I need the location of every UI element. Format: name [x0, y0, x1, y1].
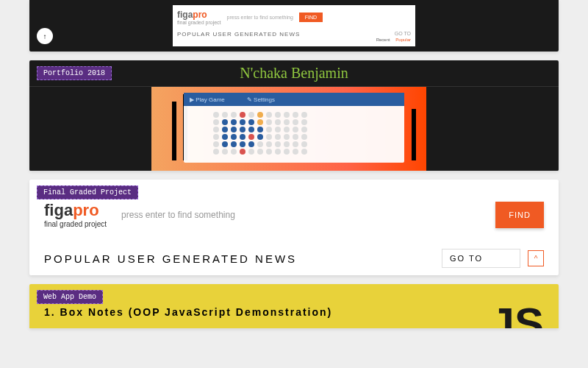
tab-settings: ✎ Settings [247, 96, 275, 103]
search-input[interactable]: press enter to find something [121, 210, 481, 220]
bottom-row: POPULAR USER GENERATED NEWS GO TO ^ [44, 249, 544, 268]
logo-subtitle: final graded project [44, 220, 107, 228]
logo-text: figa [44, 201, 73, 219]
goto-wrap: GO TO ^ [442, 249, 544, 268]
tab-play: ▶ Play Game [190, 96, 225, 103]
figapro-logo: figapro final graded project [44, 202, 107, 228]
mini-logo-row: figapro final graded project press enter… [177, 10, 411, 25]
portfolio-2018-card[interactable]: Portfolio 2018 N'chaka Benjamin ▶ Play G… [29, 60, 559, 171]
game-tabs: ▶ Play Game ✎ Settings [184, 93, 404, 106]
js-badge: JS [490, 298, 544, 328]
card-label: Web App Demo [37, 290, 103, 304]
card-label: Portfolio 2018 [37, 66, 112, 80]
mini-find-button: FIND [299, 13, 323, 22]
portfolio-card-top: figapro final graded project press enter… [29, 0, 559, 52]
mini-logo: figapro final graded project [177, 10, 221, 25]
mini-logo-accent: pro [193, 10, 207, 20]
goto-dropdown[interactable]: GO TO [442, 249, 520, 268]
mini-link-popular: Popular [395, 38, 411, 42]
portfolio-title: N'chaka Benjamin [240, 65, 348, 82]
arrow-up-icon: ↑ [43, 32, 47, 40]
find-button[interactable]: FIND [495, 202, 544, 228]
web-app-demo-card[interactable]: Web App Demo 1. Box Notes (OOP JavaScrip… [29, 284, 559, 328]
card-label: Final Graded Project [37, 185, 138, 199]
mini-popular-heading: POPULAR USER GENERATED NEWS [177, 31, 300, 38]
final-graded-project-card[interactable]: Final Graded Project figapro final grade… [29, 180, 559, 275]
mini-goto: GO TO [395, 31, 411, 36]
mini-link-recent: Recent [376, 38, 390, 42]
caret-up-icon: ^ [534, 255, 538, 263]
mini-goto-links: Recent Popular [372, 38, 411, 42]
mini-logo-text: figa [177, 10, 193, 20]
scroll-top-button[interactable]: ↑ [37, 28, 53, 44]
demo-title: 1. Box Notes (OOP JavaScript Demonstrati… [44, 306, 544, 318]
portfolio-preview: ▶ Play Game ✎ Settings [29, 87, 559, 171]
game-preview: ▶ Play Game ✎ Settings [184, 93, 404, 163]
mini-logo-sub: final graded project [177, 20, 221, 25]
tower-icon [412, 109, 416, 160]
popular-heading: POPULAR USER GENERATED NEWS [44, 252, 297, 265]
game-grid [184, 106, 404, 155]
mini-preview: figapro final graded project press enter… [173, 5, 415, 46]
logo-accent: pro [73, 201, 98, 219]
scroll-top-button[interactable]: ^ [528, 250, 544, 266]
tower-icon [172, 102, 176, 160]
mini-search-placeholder: press enter to find something [227, 15, 293, 20]
search-row: figapro final graded project press enter… [44, 202, 544, 228]
